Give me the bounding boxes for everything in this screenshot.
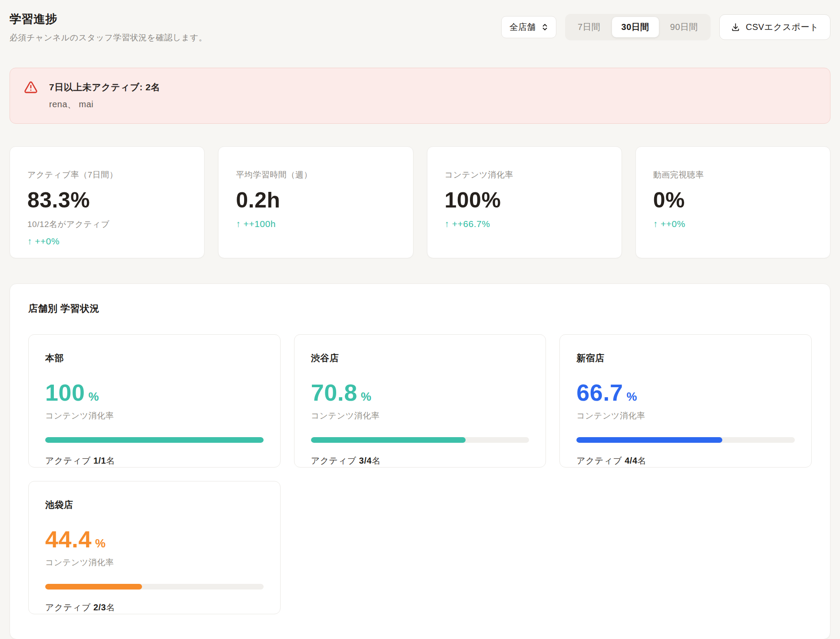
chevron-up-down-icon [541,23,549,31]
progress-bar-fill [311,437,466,443]
period-tab[interactable]: 90日間 [661,17,708,37]
stat-delta: ↑ ++66.7% [445,219,604,229]
download-icon [731,23,740,32]
store-active-ratio: 2/3 [93,603,106,612]
store-select[interactable]: 全店舗 [501,16,556,38]
progress-bar-track [45,584,264,590]
page-title: 学習進捗 [10,11,207,27]
csv-export-button[interactable]: CSVエクスポート [719,14,830,40]
header-controls: 全店舗 7日間 30日間 90日間 CSVエクスポート [501,14,830,40]
stat-delta: ↑ ++100h [236,219,395,229]
stat-subtext: 10/12名がアクティブ [27,219,187,230]
learning-progress-page: 学習進捗 必須チャンネルのスタッフ学習状況を確認します。 全店舗 7日間 30日… [0,0,840,639]
alert-head: 7日以上未アクティブ: 2名 [24,80,816,94]
stores-grid: 本部 100 % コンテンツ消化率 アクティブ 1/1名 渋谷店 70.8 % … [28,334,812,614]
period-segmented-control: 7日間 30日間 90日間 [565,14,711,40]
progress-bar-fill [576,437,722,443]
stat-label: コンテンツ消化率 [445,169,604,181]
store-active-label: アクティブ [45,456,93,465]
stat-delta: ↑ ++0% [27,236,187,247]
header-text-block: 学習進捗 必須チャンネルのスタッフ学習状況を確認します。 [10,11,207,43]
store-name: 新宿店 [576,352,795,364]
period-tab-label: 30日間 [622,22,649,32]
store-card: 渋谷店 70.8 % コンテンツ消化率 アクティブ 3/4名 [294,334,546,468]
store-metric-label: コンテンツ消化率 [45,410,264,422]
period-tab[interactable]: 30日間 [612,17,659,37]
stat-value: 0% [653,188,813,213]
store-name: 本部 [45,352,264,364]
period-tab-label: 7日間 [578,22,601,32]
store-active-suffix: 名 [638,456,647,465]
progress-bar-fill [45,584,142,590]
store-active-ratio: 3/4 [359,456,372,465]
store-consumption-value: 66.7 [576,379,623,406]
store-active-suffix: 名 [106,456,115,465]
store-active-suffix: 名 [106,603,115,612]
store-active-line: アクティブ 3/4名 [311,455,529,467]
stat-delta: ↑ ++0% [653,219,813,229]
csv-export-label: CSVエクスポート [746,21,819,33]
store-active-line: アクティブ 1/1名 [45,455,264,467]
store-consumption-value: 100 [45,379,85,406]
progress-bar-track [45,437,264,443]
store-card: 池袋店 44.4 % コンテンツ消化率 アクティブ 2/3名 [28,481,281,614]
stat-card: コンテンツ消化率 100% ↑ ++66.7% [427,146,622,258]
store-active-ratio: 1/1 [93,456,106,465]
store-consumption-unit: % [95,537,106,550]
store-active-label: アクティブ [311,456,359,465]
store-consumption-unit: % [361,390,371,404]
store-card: 本部 100 % コンテンツ消化率 アクティブ 1/1名 [28,334,281,468]
progress-bar-track [311,437,529,443]
page-header: 学習進捗 必須チャンネルのスタッフ学習状況を確認します。 全店舗 7日間 30日… [10,11,830,43]
progress-bar-track [576,437,795,443]
store-metric-label: コンテンツ消化率 [311,410,529,422]
warning-triangle-icon [24,80,38,94]
stat-label: アクティブ率（7日間） [27,169,187,181]
stat-value: 83.3% [27,188,187,213]
store-value-row: 44.4 % [45,526,264,553]
page-subtitle: 必須チャンネルのスタッフ学習状況を確認します。 [10,32,207,43]
store-active-label: アクティブ [576,456,625,465]
store-active-line: アクティブ 2/3名 [45,602,264,613]
stat-cards-row: アクティブ率（7日間） 83.3% 10/12名がアクティブ ↑ ++0% 平均… [10,146,830,258]
store-consumption-value: 44.4 [45,526,92,553]
alert-title: 7日以上未アクティブ: 2名 [49,81,160,93]
alert-inactive-names: rena、 mai [49,99,816,110]
store-card: 新宿店 66.7 % コンテンツ消化率 アクティブ 4/4名 [559,334,812,468]
store-select-value: 全店舗 [509,21,536,33]
stat-label: 動画完視聴率 [653,169,813,181]
store-consumption-unit: % [89,390,99,404]
store-value-row: 100 % [45,379,264,406]
stat-value: 100% [445,188,604,213]
stat-card: 動画完視聴率 0% ↑ ++0% [635,146,830,258]
stores-section: 店舗別 学習状況 本部 100 % コンテンツ消化率 アクティブ 1/1名 渋谷… [10,283,830,639]
store-consumption-unit: % [626,390,637,404]
stat-label: 平均学習時間（週） [236,169,395,181]
inactive-alert-banner: 7日以上未アクティブ: 2名 rena、 mai [10,68,830,124]
period-tab-label: 90日間 [670,22,698,32]
store-name: 渋谷店 [311,352,529,364]
stat-card: 平均学習時間（週） 0.2h ↑ ++100h [218,146,413,258]
progress-bar-fill [45,437,264,443]
store-consumption-value: 70.8 [311,379,357,406]
stores-section-title: 店舗別 学習状況 [28,302,812,315]
store-value-row: 66.7 % [576,379,795,406]
store-active-label: アクティブ [45,603,93,612]
store-name: 池袋店 [45,499,264,511]
store-active-ratio: 4/4 [625,456,637,465]
stat-value: 0.2h [236,188,395,213]
period-tab[interactable]: 7日間 [568,17,610,37]
store-value-row: 70.8 % [311,379,529,406]
store-metric-label: コンテンツ消化率 [576,410,795,422]
stat-card: アクティブ率（7日間） 83.3% 10/12名がアクティブ ↑ ++0% [10,146,205,258]
store-active-line: アクティブ 4/4名 [576,455,795,467]
store-metric-label: コンテンツ消化率 [45,557,264,568]
store-active-suffix: 名 [372,456,381,465]
